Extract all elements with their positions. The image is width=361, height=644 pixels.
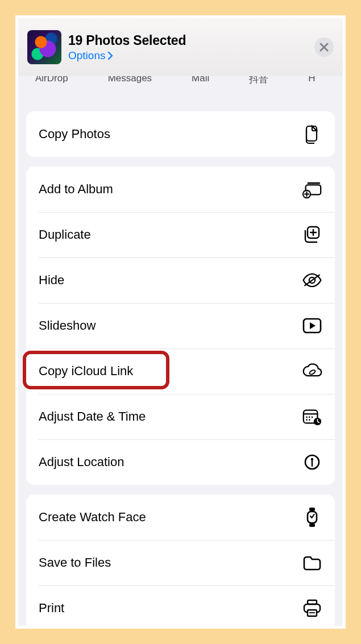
action-label: Copy Photos bbox=[39, 127, 110, 142]
action-print[interactable]: Print bbox=[26, 585, 335, 626]
action-label: Save to Files bbox=[39, 555, 111, 570]
svg-point-14 bbox=[309, 419, 310, 421]
svg-point-7 bbox=[309, 369, 316, 375]
action-label: Adjust Location bbox=[39, 455, 124, 470]
slideshow-icon bbox=[302, 315, 322, 336]
close-button[interactable] bbox=[314, 38, 334, 57]
action-label: Adjust Date & Time bbox=[39, 409, 146, 424]
action-slideshow[interactable]: Slideshow bbox=[26, 303, 335, 348]
svg-point-10 bbox=[306, 417, 308, 418]
share-apps-row[interactable]: AirDrop Messages Mail 抖音 H bbox=[18, 76, 343, 103]
share-sheet-header: 19 Photos Selected Options bbox=[18, 18, 343, 76]
selection-thumbnail bbox=[27, 30, 61, 64]
action-label: Slideshow bbox=[39, 318, 96, 333]
share-app-label[interactable]: H bbox=[308, 76, 315, 84]
action-adjust-date-time[interactable]: Adjust Date & Time bbox=[26, 394, 335, 439]
action-label: Copy iCloud Link bbox=[39, 364, 133, 379]
duplicate-icon bbox=[302, 225, 322, 245]
action-group: Copy Photos bbox=[26, 111, 335, 157]
share-app-label[interactable]: Messages bbox=[108, 76, 152, 84]
svg-point-12 bbox=[312, 417, 313, 418]
svg-rect-21 bbox=[309, 523, 315, 527]
share-sheet: 19 Photos Selected Options AirDrop Messa… bbox=[18, 18, 343, 626]
action-group: Create Watch Face Save to Files bbox=[26, 495, 335, 626]
svg-point-13 bbox=[306, 419, 308, 421]
printer-icon bbox=[302, 598, 322, 618]
actions-list[interactable]: Copy Photos Add to Album bbox=[18, 103, 343, 626]
title-block: 19 Photos Selected Options bbox=[68, 33, 314, 62]
chevron-right-icon bbox=[107, 52, 113, 60]
action-label: Create Watch Face bbox=[39, 510, 146, 525]
share-app-label[interactable]: Mail bbox=[192, 76, 209, 84]
action-label: Print bbox=[39, 601, 64, 616]
location-pin-icon bbox=[302, 452, 322, 472]
svg-point-11 bbox=[309, 417, 310, 418]
hide-icon bbox=[302, 270, 322, 290]
action-create-watch-face[interactable]: Create Watch Face bbox=[26, 495, 335, 540]
add-to-album-icon bbox=[302, 179, 322, 200]
action-adjust-location[interactable]: Adjust Location bbox=[26, 439, 335, 485]
copy-photos-icon bbox=[302, 124, 322, 144]
action-label: Duplicate bbox=[39, 227, 91, 242]
share-title: 19 Photos Selected bbox=[68, 33, 314, 48]
action-copy-icloud-link[interactable]: Copy iCloud Link bbox=[26, 348, 335, 394]
options-button[interactable]: Options bbox=[68, 49, 113, 62]
action-copy-photos[interactable]: Copy Photos bbox=[26, 111, 335, 157]
action-label: Hide bbox=[39, 273, 64, 288]
action-label: Add to Album bbox=[39, 182, 113, 197]
svg-rect-0 bbox=[307, 182, 320, 184]
action-duplicate[interactable]: Duplicate bbox=[26, 212, 335, 257]
calendar-clock-icon bbox=[302, 406, 322, 427]
folder-icon bbox=[302, 552, 322, 573]
share-app-label[interactable]: 抖音 bbox=[249, 76, 268, 86]
close-icon bbox=[319, 43, 329, 52]
action-save-to-files[interactable]: Save to Files bbox=[26, 540, 335, 585]
watch-icon bbox=[302, 507, 322, 527]
share-app-label[interactable]: AirDrop bbox=[35, 76, 68, 84]
action-add-to-album[interactable]: Add to Album bbox=[26, 167, 335, 212]
options-label: Options bbox=[68, 49, 105, 62]
cloud-link-icon bbox=[302, 361, 322, 381]
action-group: Add to Album Duplicate bbox=[26, 167, 335, 485]
action-hide[interactable]: Hide bbox=[26, 257, 335, 303]
svg-rect-20 bbox=[309, 508, 315, 511]
